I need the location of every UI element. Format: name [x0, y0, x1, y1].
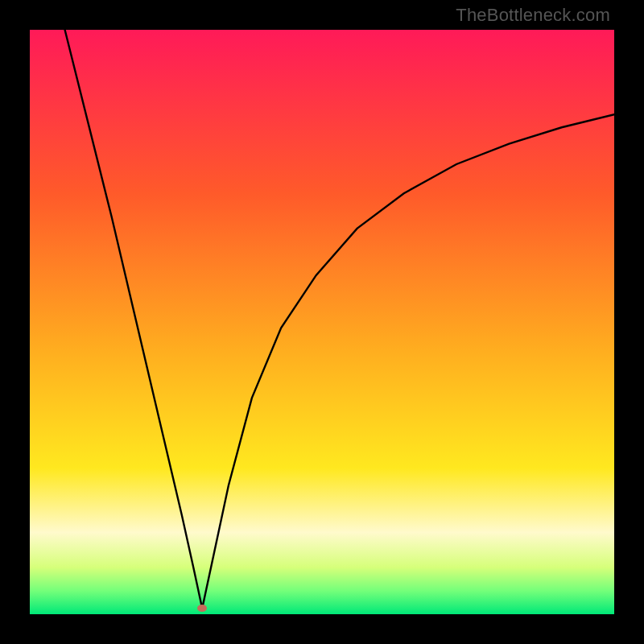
plot-area	[30, 30, 614, 614]
curve-left-branch	[65, 30, 203, 609]
curve-right-branch	[202, 114, 614, 608]
chart-frame: TheBottleneck.com	[0, 0, 644, 644]
watermark-text: TheBottleneck.com	[456, 5, 610, 26]
curve-layer	[30, 30, 614, 614]
